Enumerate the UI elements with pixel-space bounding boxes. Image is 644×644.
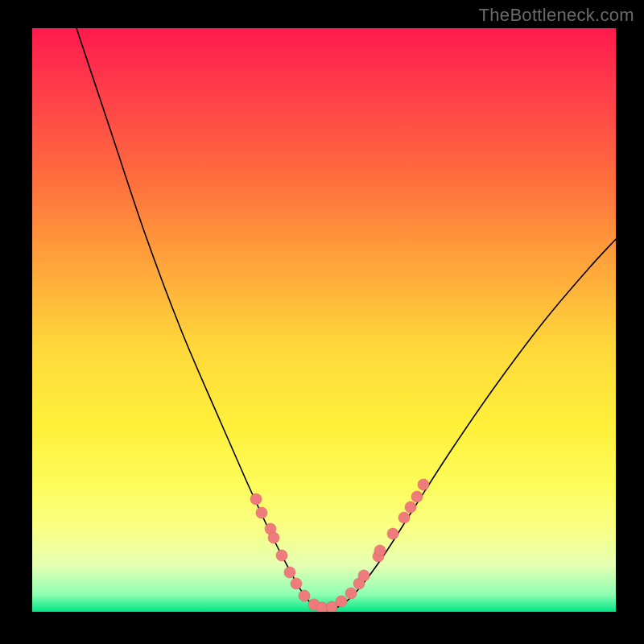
data-point [284,567,295,578]
data-point [268,532,279,543]
data-point [276,550,287,561]
data-point [387,528,398,539]
data-point [398,512,410,523]
bottleneck-curve-svg [32,28,616,612]
data-point [358,570,369,581]
data-point [291,578,302,589]
data-point [250,493,262,505]
bottleneck-curve [76,28,616,610]
chart-plot-area [32,28,616,612]
data-point [405,502,416,513]
watermark-text: TheBottleneck.com [479,5,634,26]
data-point [299,590,310,601]
data-point [336,596,347,607]
data-point [411,491,423,502]
data-point [418,479,429,490]
data-point [256,507,267,518]
data-point [326,601,337,612]
data-point [345,588,357,599]
data-point [374,545,386,556]
